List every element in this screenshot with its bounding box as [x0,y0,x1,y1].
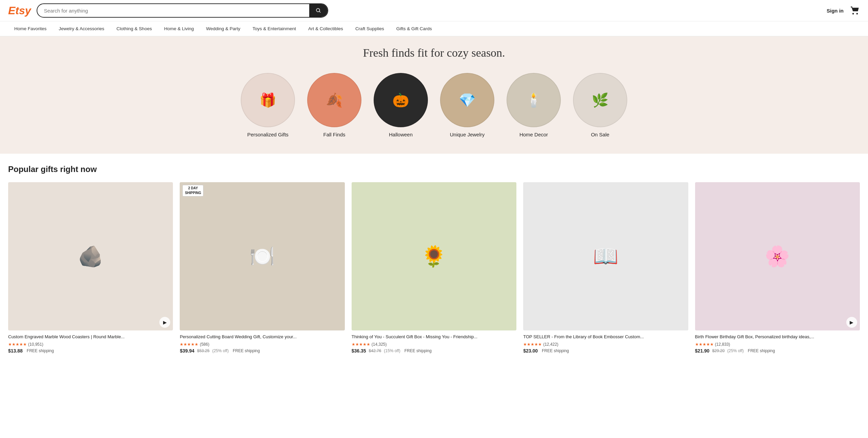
product-card[interactable]: 🪨▶Custom Engraved Marble Wood Coasters |… [8,182,173,354]
category-item-fall-finds[interactable]: 🍂Fall Finds [307,73,361,138]
star-rating: ★★★★★ [180,342,198,347]
main-nav: Home FavoritesJewelry & AccessoriesCloth… [0,21,868,36]
product-card[interactable]: 📖TOP SELLER - From the Library of Book E… [523,182,688,354]
nav-item-art--collectibles[interactable]: Art & Collectibles [302,21,349,36]
product-card[interactable]: 🌻Thinking of You - Succulent Gift Box - … [352,182,516,354]
header: Etsy Sign in [0,0,868,21]
rating-row: ★★★★★(12,833) [695,342,860,347]
product-title: Birth Flower Birthday Gift Box, Personal… [695,334,860,340]
product-card[interactable]: 🍽️2 DAYSHIPPINGPersonalized Cutting Boar… [180,182,344,354]
price-main: $39.94 [180,348,194,354]
products-grid: 🪨▶Custom Engraved Marble Wood Coasters |… [8,182,860,354]
category-label: On Sale [591,131,609,138]
price-discount: (15% off) [384,348,400,353]
product-title: Custom Engraved Marble Wood Coasters | R… [8,334,173,340]
price-main: $21.90 [695,348,710,354]
free-shipping-badge: FREE shipping [748,348,775,353]
rating-row: ★★★★★(12,422) [523,342,688,347]
popular-section-title: Popular gifts right now [8,165,860,174]
price-main: $23.00 [523,348,538,354]
nav-item-jewelry--accessories[interactable]: Jewelry & Accessories [53,21,110,36]
category-item-on-sale[interactable]: 🌿On Sale [573,73,627,138]
product-image: 🌸 [695,182,860,331]
category-item-halloween[interactable]: 🎃Halloween [374,73,428,138]
free-shipping-badge: FREE shipping [233,348,260,353]
free-shipping-badge: FREE shipping [27,348,54,353]
rating-row: ★★★★★(586) [180,342,344,347]
nav-item-wedding--party[interactable]: Wedding & Party [200,21,246,36]
product-title: Personalized Cutting Board Wedding Gift,… [180,334,344,340]
nav-item-home--living[interactable]: Home & Living [158,21,200,36]
category-label: Personalized Gifts [247,131,289,138]
product-image: 📖 [523,182,688,331]
nav-item-toys--entertainment[interactable]: Toys & Entertainment [246,21,302,36]
hero-title: Fresh finds fit for cozy season. [8,46,860,59]
rating-row: ★★★★★(14,325) [352,342,516,347]
category-label: Home Decor [519,131,548,138]
category-item-personalized-gifts[interactable]: 🎁Personalized Gifts [241,73,295,138]
nav-item-craft-supplies[interactable]: Craft Supplies [349,21,390,36]
hero-banner: Fresh finds fit for cozy season. 🎁Person… [0,36,868,154]
review-count: (14,325) [372,342,387,347]
category-label: Fall Finds [323,131,345,138]
popular-gifts-section: Popular gifts right now 🪨▶Custom Engrave… [0,154,868,365]
price-original: $42.76 [369,348,381,353]
play-button[interactable]: ▶ [846,317,857,328]
category-label: Halloween [389,131,413,138]
search-button[interactable] [309,4,328,17]
category-item-unique-jewelry[interactable]: 💎Unique Jewelry [440,73,494,138]
search-bar [37,3,328,18]
nav-item-home-favorites[interactable]: Home Favorites [8,21,53,36]
price-main: $13.88 [8,348,23,354]
product-image: 🍽️ [180,182,344,331]
price-original: $29.20 [712,348,725,353]
price-row: $23.00FREE shipping [523,348,688,354]
search-input[interactable] [37,4,309,17]
product-card[interactable]: 🌸▶Birth Flower Birthday Gift Box, Person… [695,182,860,354]
price-discount: (25% off) [727,348,744,353]
nav-item-gifts--gift-cards[interactable]: Gifts & Gift Cards [390,21,438,36]
price-main: $36.35 [352,348,366,354]
category-label: Unique Jewelry [450,131,485,138]
etsy-logo[interactable]: Etsy [8,4,31,17]
product-title: Thinking of You - Succulent Gift Box - M… [352,334,516,340]
product-image: 🌻 [352,182,516,331]
two-day-shipping-badge: 2 DAYSHIPPING [182,185,203,196]
star-rating: ★★★★★ [523,342,542,347]
categories-row: 🎁Personalized Gifts🍂Fall Finds🎃Halloween… [8,70,860,150]
sign-in-link[interactable]: Sign in [827,8,844,14]
review-count: (10,951) [28,342,43,347]
free-shipping-badge: FREE shipping [405,348,432,353]
rating-row: ★★★★★(10,951) [8,342,173,347]
product-title: TOP SELLER - From the Library of Book Em… [523,334,688,340]
star-rating: ★★★★★ [695,342,714,347]
price-row: $13.88FREE shipping [8,348,173,354]
price-row: $21.90$29.20(25% off)FREE shipping [695,348,860,354]
cart-button[interactable] [850,6,860,15]
free-shipping-badge: FREE shipping [542,348,569,353]
star-rating: ★★★★★ [8,342,27,347]
review-count: (586) [200,342,209,347]
review-count: (12,422) [543,342,558,347]
price-row: $36.35$42.76(15% off)FREE shipping [352,348,516,354]
price-discount: (25% off) [212,348,229,353]
product-image: 🪨 [8,182,173,331]
price-original: $53.25 [197,348,210,353]
category-item-home-decor[interactable]: 🕯️Home Decor [507,73,561,138]
price-row: $39.94$53.25(25% off)FREE shipping [180,348,344,354]
star-rating: ★★★★★ [352,342,370,347]
header-actions: Sign in [827,6,860,15]
nav-item-clothing--shoes[interactable]: Clothing & Shoes [111,21,158,36]
review-count: (12,833) [715,342,730,347]
